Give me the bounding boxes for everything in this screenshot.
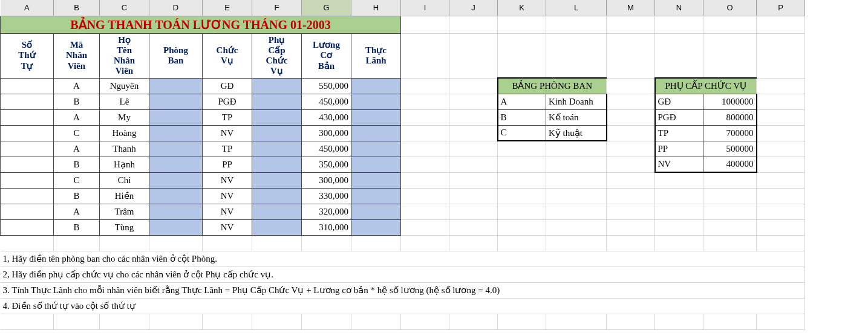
- dept-header[interactable]: BẢNG PHÒNG BAN: [498, 78, 607, 94]
- cell[interactable]: [757, 16, 805, 33]
- cell[interactable]: [607, 141, 655, 157]
- dept-code[interactable]: B: [498, 109, 546, 125]
- dept-name[interactable]: Kế toán: [546, 109, 607, 125]
- dept-name[interactable]: Kỹ thuật: [546, 125, 607, 141]
- allowance-role[interactable]: NV: [655, 157, 703, 172]
- cell[interactable]: [607, 314, 655, 329]
- cell-chuc-vu[interactable]: PGĐ: [203, 94, 252, 109]
- cell[interactable]: [607, 125, 655, 141]
- cell[interactable]: [203, 235, 252, 251]
- cell-luong-cb[interactable]: 300,000: [302, 125, 351, 141]
- cell[interactable]: [449, 172, 498, 188]
- cell[interactable]: [757, 219, 805, 235]
- cell[interactable]: [607, 188, 655, 204]
- cell[interactable]: [449, 94, 498, 109]
- header-d[interactable]: PhòngBan: [149, 33, 203, 78]
- allowance-amount[interactable]: 500000: [703, 141, 757, 157]
- cell[interactable]: [401, 125, 449, 141]
- cell-ma-nv[interactable]: C: [54, 125, 100, 141]
- cell[interactable]: [757, 188, 805, 204]
- cell-chuc-vu[interactable]: NV: [203, 204, 252, 219]
- header-c[interactable]: HọTênNhânViên: [100, 33, 149, 78]
- cell[interactable]: [546, 33, 607, 78]
- cell-luong-cb[interactable]: 300,000: [302, 172, 351, 188]
- cell[interactable]: [607, 219, 655, 235]
- cell-chuc-vu[interactable]: NV: [203, 188, 252, 204]
- cell[interactable]: [546, 172, 607, 188]
- cell[interactable]: [401, 157, 449, 172]
- cell-chuc-vu[interactable]: TP: [203, 141, 252, 157]
- cell[interactable]: [546, 235, 607, 251]
- cell-chuc-vu[interactable]: NV: [203, 219, 252, 235]
- cell-ma-nv[interactable]: A: [54, 141, 100, 157]
- allowance-role[interactable]: PP: [655, 141, 703, 157]
- cell[interactable]: [757, 125, 805, 141]
- cell-ma-nv[interactable]: A: [54, 109, 100, 125]
- instruction-i2[interactable]: 2, Hãy điền phụ cấp chức vụ cho các nhân…: [1, 267, 805, 282]
- cell-luong-cb[interactable]: 350,000: [302, 157, 351, 172]
- col-header-B[interactable]: B: [54, 0, 100, 16]
- cell-ho-ten[interactable]: Chi: [100, 172, 149, 188]
- cell-stt[interactable]: [1, 204, 54, 219]
- cell[interactable]: [449, 219, 498, 235]
- cell[interactable]: [607, 16, 655, 33]
- allowance-role[interactable]: GĐ: [655, 94, 703, 109]
- cell[interactable]: [757, 33, 805, 78]
- cell-ho-ten[interactable]: Nguyên: [100, 78, 149, 94]
- cell[interactable]: [498, 33, 546, 78]
- cell[interactable]: [703, 188, 757, 204]
- cell[interactable]: [401, 188, 449, 204]
- cell-thuc-lanh[interactable]: [351, 157, 401, 172]
- cell[interactable]: [607, 33, 655, 78]
- cell[interactable]: [607, 109, 655, 125]
- cell[interactable]: [546, 204, 607, 219]
- cell-ho-ten[interactable]: Hạnh: [100, 157, 149, 172]
- cell-chuc-vu[interactable]: NV: [203, 125, 252, 141]
- cell-phong-ban[interactable]: [149, 172, 203, 188]
- cell[interactable]: [498, 188, 546, 204]
- cell[interactable]: [100, 314, 149, 329]
- cell[interactable]: [757, 141, 805, 157]
- cell[interactable]: [252, 314, 302, 329]
- cell-thuc-lanh[interactable]: [351, 141, 401, 157]
- cell-ma-nv[interactable]: C: [54, 172, 100, 188]
- cell-ma-nv[interactable]: A: [54, 78, 100, 94]
- cell-stt[interactable]: [1, 219, 54, 235]
- cell-stt[interactable]: [1, 188, 54, 204]
- cell[interactable]: [703, 235, 757, 251]
- cell-phong-ban[interactable]: [149, 219, 203, 235]
- cell-phu-cap[interactable]: [252, 172, 302, 188]
- cell-phu-cap[interactable]: [252, 94, 302, 109]
- allowance-amount[interactable]: 700000: [703, 125, 757, 141]
- cell-stt[interactable]: [1, 94, 54, 109]
- instruction-i3[interactable]: 3. Tính Thực Lãnh cho mỗi nhân viên biết…: [1, 282, 805, 298]
- cell-ma-nv[interactable]: B: [54, 219, 100, 235]
- col-header-N[interactable]: N: [655, 0, 703, 16]
- col-header-I[interactable]: I: [401, 0, 449, 16]
- cell[interactable]: [655, 204, 703, 219]
- cell[interactable]: [757, 172, 805, 188]
- cell[interactable]: [703, 204, 757, 219]
- cell-chuc-vu[interactable]: GĐ: [203, 78, 252, 94]
- cell[interactable]: [757, 204, 805, 219]
- dept-name[interactable]: Kinh Doanh: [546, 94, 607, 109]
- allowance-header[interactable]: PHỤ CẤP CHỨC VỤ: [655, 78, 757, 94]
- cell[interactable]: [498, 314, 546, 329]
- cell[interactable]: [655, 235, 703, 251]
- cell-phong-ban[interactable]: [149, 109, 203, 125]
- cell-stt[interactable]: [1, 172, 54, 188]
- cell[interactable]: [703, 314, 757, 329]
- cell-ho-ten[interactable]: Trâm: [100, 204, 149, 219]
- allowance-amount[interactable]: 400000: [703, 157, 757, 172]
- cell[interactable]: [401, 94, 449, 109]
- cell[interactable]: [655, 188, 703, 204]
- cell-thuc-lanh[interactable]: [351, 204, 401, 219]
- cell[interactable]: [449, 78, 498, 94]
- cell-phong-ban[interactable]: [149, 78, 203, 94]
- cell[interactable]: [498, 172, 546, 188]
- cell-ma-nv[interactable]: A: [54, 204, 100, 219]
- cell[interactable]: [351, 314, 401, 329]
- allowance-amount[interactable]: 1000000: [703, 94, 757, 109]
- cell-phong-ban[interactable]: [149, 204, 203, 219]
- header-b[interactable]: MãNhânViên: [54, 33, 100, 78]
